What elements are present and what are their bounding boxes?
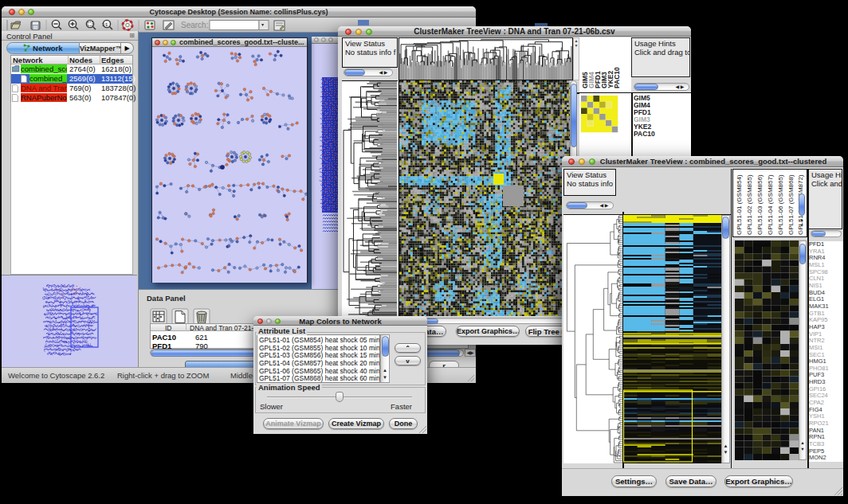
- svg-text:1:1: 1:1: [102, 22, 108, 27]
- svg-text:Search:: Search:: [181, 21, 208, 29]
